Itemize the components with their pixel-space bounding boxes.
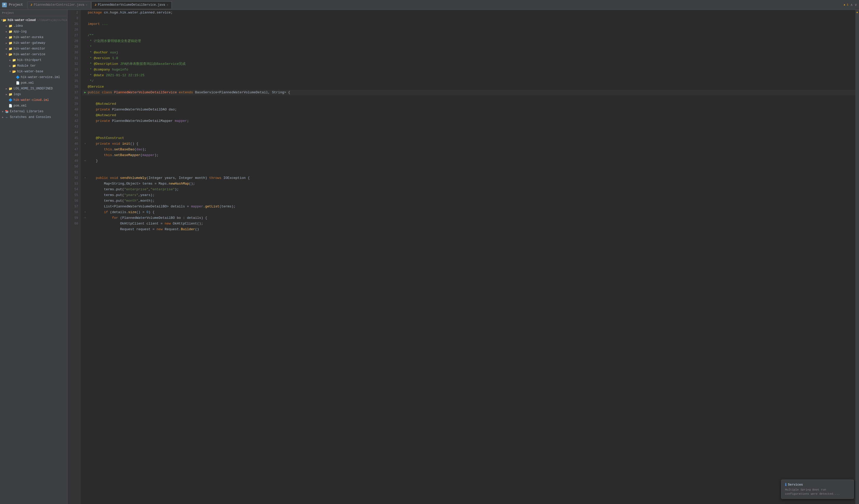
code-line-38: @Autowired — [82, 101, 855, 107]
code-line-45: ▾ private void init() { — [82, 141, 855, 147]
tab2-label: PlannedWaterVolumeDetailService.java — [98, 3, 165, 7]
code-line-25 — [82, 27, 855, 33]
run-arrow-36[interactable]: ▶ — [84, 90, 86, 95]
fold-close-48[interactable]: ━ — [84, 158, 86, 164]
sidebar-item-logs[interactable]: 📁 logs — [0, 92, 67, 97]
tab1-close[interactable]: ✕ — [86, 3, 88, 6]
code-line-39: private PlannedWaterVolumeDetailDAO dao; — [82, 107, 855, 112]
sidebar-item-eureka[interactable]: 📁 hik-water-eureka — [0, 34, 67, 40]
tree-label-pomservice: pom.xml — [21, 81, 34, 85]
code-line-32: * @company hugeinfo — [82, 67, 855, 73]
sidebar-item-loghome[interactable]: 📁 LOG_HOME_IS_UNDEFINED — [0, 86, 67, 92]
sidebar-item-moduleter[interactable]: 📁 Module ter — [0, 63, 67, 69]
code-line-59: OkHttpClient client = new OkHttpClient()… — [82, 221, 855, 226]
code-text-49 — [88, 164, 90, 170]
code-line-31: * @Description JPA的单表数据查询以由BaseService完成 — [82, 61, 855, 67]
tree-arrow-scratches — [1, 116, 5, 119]
code-line-44: @PostConstruct — [82, 135, 855, 141]
gutter-45[interactable]: ▾ — [82, 141, 88, 147]
gutter-51[interactable]: ▾ — [82, 175, 88, 181]
code-text-3: import ... — [88, 21, 108, 27]
code-text-55: terms.put("month",month); — [88, 198, 154, 204]
tree-arrow-base — [8, 70, 12, 73]
sidebar-tree[interactable]: 📂 hik-water-cloud ~/IdeaProjects/hik-w..… — [0, 16, 67, 504]
right-gutter: ▲ — [855, 10, 859, 504]
lib-icon-extlibs: 📚 — [5, 110, 9, 113]
code-line-35: @Service — [82, 84, 855, 90]
tree-arrow-extlibs — [1, 110, 5, 113]
nav-down-btn[interactable]: ∨ — [855, 3, 857, 7]
sidebar-item-thirdpart[interactable]: 📁 hik-thirdpart — [0, 57, 67, 63]
gutter-57[interactable]: ▾ — [82, 209, 88, 215]
title-bar-right: ▲ 1 ∧ ∨ — [844, 3, 857, 7]
code-line-30: * @version 1.0 — [82, 56, 855, 61]
tab2-close[interactable]: ✕ — [167, 3, 168, 6]
fold-marker-58[interactable]: ▾ — [84, 215, 86, 221]
code-line-43 — [82, 130, 855, 135]
folder-icon-eureka: 📁 — [8, 35, 13, 40]
code-text-50 — [88, 170, 90, 175]
code-line-49 — [82, 164, 855, 170]
sidebar-item-pomservice[interactable]: 📄 pom.xml — [0, 80, 67, 86]
sidebar-item-idea[interactable]: 📁 .idea — [0, 23, 67, 29]
code-line-58: ▾ for (PlannedWaterVolumeDetailBO bo : d… — [82, 215, 855, 221]
tree-label-service: hik-water-service — [14, 53, 45, 56]
fold-marker-45[interactable]: ▾ — [84, 141, 86, 147]
folder-icon-moduleter: 📁 — [12, 64, 16, 68]
sidebar-item-base[interactable]: 📂 hik-water-base — [0, 69, 67, 74]
tree-arrow-eureka — [5, 36, 8, 39]
sidebar-title: Project — [2, 11, 14, 15]
tree-label-extlibs: External Libraries — [10, 110, 44, 113]
sidebar-item-root[interactable]: 📂 hik-water-cloud ~/IdeaProjects/hik-w..… — [0, 17, 67, 23]
tree-arrow-monitor — [5, 47, 8, 50]
tree-label-loghome: LOG_HOME_IS_UNDEFINED — [14, 87, 53, 91]
nav-up-btn[interactable]: ∧ — [850, 3, 853, 7]
main-layout: Project 📂 hik-water-cloud ~/IdeaProjects… — [0, 10, 859, 504]
editor-tab-1[interactable]: J PlannedWaterController.java ✕ — [27, 1, 91, 9]
tree-arrow-applog — [5, 30, 8, 33]
notification-body: Multiple Spring Boot run configurations … — [785, 488, 850, 496]
code-text-43 — [88, 130, 90, 135]
sidebar-item-applog[interactable]: 📁 app-log — [0, 29, 67, 34]
fold-marker-51[interactable]: ▾ — [84, 175, 86, 181]
tree-arrow-loghome — [5, 88, 8, 90]
title-bar: P Project J PlannedWaterController.java … — [0, 0, 859, 10]
editor-tab-2[interactable]: J PlannedWaterVolumeDetailService.java ✕ — [91, 1, 172, 9]
code-line-51: ▾ public void sendVolumeWly(Integer year… — [82, 175, 855, 181]
gutter-48[interactable]: ━ — [82, 158, 88, 164]
sidebar-item-pomroot[interactable]: 📄 pom.xml — [0, 103, 67, 109]
code-line-42 — [82, 124, 855, 130]
sidebar-item-cloudiml[interactable]: 🔷 hik-water-cloud.iml — [0, 97, 67, 103]
notification-popup[interactable]: ℹ Services Multiple Spring Boot run conf… — [781, 479, 854, 499]
code-line-50 — [82, 170, 855, 175]
java-icon-tab2: J — [95, 3, 96, 6]
code-editor[interactable]: package cn.huge.hik.water.planned.servic… — [80, 10, 855, 504]
sidebar-item-monitor[interactable]: 📁 hik-water-monitor — [0, 46, 67, 52]
code-text-51: public void sendVolumeWly(Integer years,… — [88, 175, 250, 181]
code-text-57: if (details.size() > 0) { — [88, 209, 155, 215]
code-text-25 — [88, 27, 90, 33]
code-text-2: package cn.huge.hik.water.planned.servic… — [88, 10, 173, 16]
tree-label-serviceiml: hik-water-service.iml — [21, 76, 60, 79]
folder-icon-applog: 📁 — [8, 30, 13, 34]
tree-arrow-thirdpart — [8, 59, 12, 62]
code-text-38: @Autowired — [88, 101, 116, 107]
sidebar-item-extlibs[interactable]: 📚 External Libraries — [0, 109, 67, 114]
code-text-40: @Autowired — [88, 112, 116, 118]
code-text-42 — [88, 124, 90, 130]
code-line-55: terms.put("month",month); — [82, 198, 855, 204]
gutter-58[interactable]: ▾ — [82, 215, 88, 221]
folder-icon-idea: 📁 — [8, 24, 13, 28]
code-line-28: * — [82, 44, 855, 50]
code-text-36: public class PlannedWaterVolumeDetailSer… — [88, 90, 290, 95]
sidebar-item-serviceiml[interactable]: 🔷 hik-water-service.iml — [0, 74, 67, 80]
sidebar-item-scratches[interactable]: ✏️ Scratches and Consoles — [0, 114, 67, 120]
gutter-36[interactable]: ▶ — [82, 90, 88, 95]
notification-info-icon: ℹ — [785, 483, 786, 487]
code-line-53: terms.put("enterprise","enterprise"); — [82, 187, 855, 192]
sidebar-item-service[interactable]: 📂 hik-water-service — [0, 52, 67, 57]
fold-marker-57[interactable]: ▾ — [84, 209, 86, 215]
warning-gutter-indicator: ▲ — [856, 11, 858, 14]
tree-arrow-moduleter — [8, 65, 12, 67]
sidebar-item-gateway[interactable]: 📁 hik-water-gateway — [0, 40, 67, 46]
